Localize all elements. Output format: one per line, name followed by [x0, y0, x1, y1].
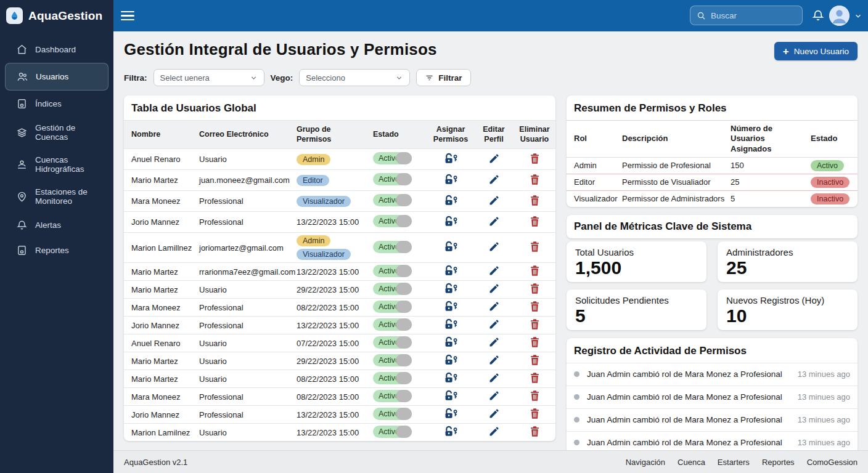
user-group-cell: 13/22/2023 15:00 — [297, 410, 373, 419]
search-box[interactable] — [690, 6, 803, 25]
status-toggle[interactable]: Activo — [373, 372, 412, 384]
lock-key-icon[interactable] — [444, 318, 458, 330]
filter-select-2[interactable]: Selecciono — [299, 69, 410, 86]
chevron-down-icon — [395, 74, 403, 82]
pencil-icon[interactable] — [488, 408, 500, 419]
sidebar-item-estaciones-de-monitoreo[interactable]: Estaciones de Monitoreo — [5, 181, 108, 212]
footer-link-navigacion[interactable]: Navigación — [626, 458, 665, 467]
trash-icon[interactable] — [530, 153, 540, 164]
status-toggle[interactable]: Activo — [373, 194, 412, 206]
lock-key-icon[interactable] — [444, 426, 458, 437]
status-toggle[interactable]: Activo — [373, 390, 412, 402]
lock-key-icon[interactable] — [444, 372, 458, 384]
assign-permissions-cell — [444, 265, 461, 278]
footer-link-cuenca[interactable]: Cuenca — [678, 458, 705, 467]
sidebar-item-indices[interactable]: Índices — [5, 92, 108, 116]
status-toggle[interactable]: Activo — [373, 426, 412, 438]
lock-key-icon[interactable] — [444, 216, 458, 227]
filter-select-1[interactable]: Select uenera — [154, 69, 264, 86]
status-toggle[interactable]: Activo — [373, 152, 412, 164]
lock-key-icon[interactable] — [444, 195, 458, 206]
lock-key-icon[interactable] — [444, 390, 458, 402]
status-toggle[interactable]: Activo — [373, 265, 412, 277]
trash-icon[interactable] — [530, 318, 540, 330]
pencil-icon[interactable] — [488, 283, 500, 294]
lock-key-icon[interactable] — [444, 336, 458, 348]
trash-icon[interactable] — [530, 283, 540, 294]
lock-key-icon[interactable] — [444, 241, 458, 253]
activity-timestamp: 13 minues ago — [798, 392, 850, 402]
footer-link-comogession[interactable]: ComoGession — [807, 458, 858, 467]
sidebar-item-gestion-de-cuencas[interactable]: Gestión de Cuencas — [5, 117, 108, 148]
hamburger-menu-icon[interactable] — [121, 9, 134, 23]
trash-icon[interactable] — [530, 216, 540, 227]
trash-icon[interactable] — [530, 354, 540, 366]
trash-icon[interactable] — [530, 301, 540, 312]
lock-key-icon[interactable] — [444, 153, 458, 164]
user-status-cell: Activo — [373, 215, 430, 229]
pencil-icon[interactable] — [488, 153, 500, 164]
status-toggle[interactable]: Activo — [373, 301, 412, 313]
pencil-icon[interactable] — [488, 301, 500, 312]
status-toggle[interactable]: Activo — [373, 241, 412, 253]
sidebar-item-cuencas-hidrograficas[interactable]: Cuencas Hidrográficas — [5, 149, 108, 180]
pencil-icon[interactable] — [488, 216, 500, 227]
edit-profile-cell — [488, 372, 502, 386]
metric-label: Solicitudes Pendientes — [575, 295, 698, 305]
lock-key-icon[interactable] — [444, 408, 458, 419]
footer-link-estarters[interactable]: Estarters — [718, 458, 750, 467]
sidebar-item-dashboard[interactable]: Dashboard — [5, 38, 108, 62]
pencil-icon[interactable] — [488, 354, 500, 366]
trash-icon[interactable] — [530, 390, 540, 402]
lock-key-icon[interactable] — [444, 301, 458, 312]
permission-badges: AdminVisualizador — [297, 233, 371, 262]
lock-key-icon[interactable] — [444, 283, 458, 294]
activity-timestamp: 13 minues ago — [798, 370, 850, 379]
pencil-icon[interactable] — [488, 390, 500, 402]
footer-link-reportes[interactable]: Reportes — [762, 458, 795, 467]
lock-key-icon[interactable] — [444, 174, 458, 185]
status-toggle[interactable]: Activo — [373, 215, 412, 227]
status-toggle[interactable]: Activo — [373, 408, 412, 420]
table-row: Anuel RenaroUsuarioAdminActivo — [124, 148, 555, 169]
status-toggle[interactable]: Activo — [373, 336, 412, 349]
pencil-icon[interactable] — [488, 241, 500, 253]
pencil-icon[interactable] — [488, 372, 500, 384]
search-input[interactable] — [711, 11, 796, 20]
notifications-bell-icon[interactable] — [811, 9, 825, 22]
new-user-button[interactable]: + Nuevo Usuario — [774, 42, 858, 60]
filter-button[interactable]: Filtrar — [416, 69, 470, 86]
pencil-icon[interactable] — [488, 336, 500, 348]
status-toggle[interactable]: Activo — [373, 173, 412, 185]
user-group-cell: AdminVisualizador — [297, 233, 373, 262]
sidebar-item-usuarios[interactable]: Usuarios — [5, 63, 108, 91]
trash-icon[interactable] — [530, 174, 540, 185]
pencil-icon[interactable] — [488, 318, 500, 330]
trash-icon[interactable] — [530, 195, 540, 206]
users-table-header: NombreCorreo ElectrónicoGrupo de Permiso… — [124, 120, 555, 148]
roles-column-header-numero-de-usuarios-asignados: Número de Usuarios Asignados — [731, 121, 811, 157]
pencil-icon[interactable] — [488, 195, 500, 206]
status-toggle[interactable]: Activo — [373, 354, 412, 366]
role-count-cell: 150 — [731, 161, 811, 170]
pencil-icon[interactable] — [488, 426, 500, 437]
lock-key-icon[interactable] — [444, 265, 458, 277]
sidebar-item-reportes[interactable]: Reportes — [5, 238, 108, 262]
sidebar-item-alertas[interactable]: Alertas — [5, 213, 108, 237]
pencil-icon[interactable] — [488, 265, 500, 277]
pencil-icon[interactable] — [488, 174, 500, 185]
trash-icon[interactable] — [530, 372, 540, 384]
lock-key-icon[interactable] — [444, 354, 458, 366]
trash-icon[interactable] — [530, 241, 540, 253]
trash-icon[interactable] — [530, 426, 540, 437]
trash-icon[interactable] — [530, 265, 540, 277]
trash-icon[interactable] — [530, 336, 540, 348]
status-toggle[interactable]: Activo — [373, 283, 412, 295]
activity-log-item: Juan Admin cambió rol de Mara Monez a Pr… — [567, 363, 858, 386]
metric-value: 1,500 — [575, 257, 698, 279]
toggle-knob — [396, 152, 412, 164]
chevron-down-icon[interactable] — [854, 12, 862, 20]
trash-icon[interactable] — [530, 408, 540, 419]
status-toggle[interactable]: Activo — [373, 318, 412, 331]
user-avatar[interactable] — [829, 6, 850, 26]
